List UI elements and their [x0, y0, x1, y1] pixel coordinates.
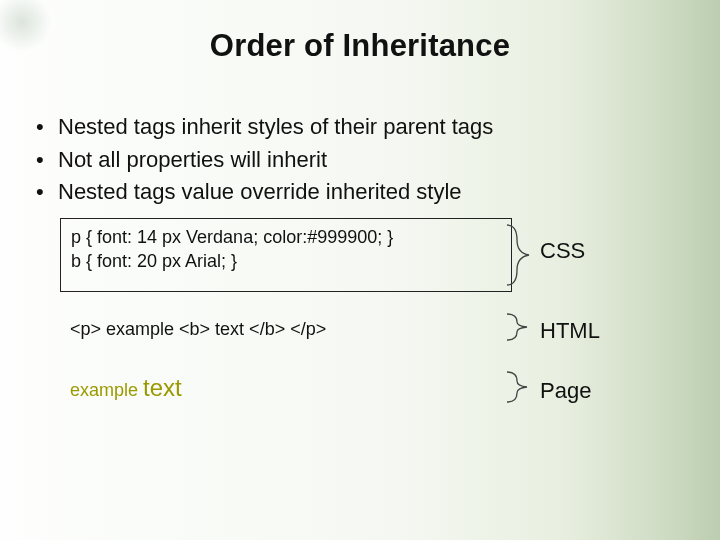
slide-title: Order of Inheritance — [0, 28, 720, 64]
html-code-box: <p> example <b> text </b> </p> — [60, 313, 510, 346]
bullet-item: Nested tags value override inherited sty… — [28, 178, 680, 207]
bullet-list: Nested tags inherit styles of their pare… — [28, 113, 680, 211]
css-code-box: p { font: 14 px Verdana; color:#999900; … — [60, 218, 512, 292]
bullet-item: Not all properties will inherit — [28, 146, 680, 175]
css-line: b { font: 20 px Arial; } — [71, 249, 501, 273]
rendered-bold-text: text — [143, 374, 182, 401]
label-page: Page — [540, 378, 591, 404]
rendered-page-box: example text — [60, 368, 510, 408]
rendered-example-text: example — [70, 380, 138, 400]
bullet-item: Nested tags inherit styles of their pare… — [28, 113, 680, 142]
label-html: HTML — [540, 318, 600, 344]
css-line: p { font: 14 px Verdana; color:#999900; … — [71, 225, 501, 249]
label-css: CSS — [540, 238, 585, 264]
